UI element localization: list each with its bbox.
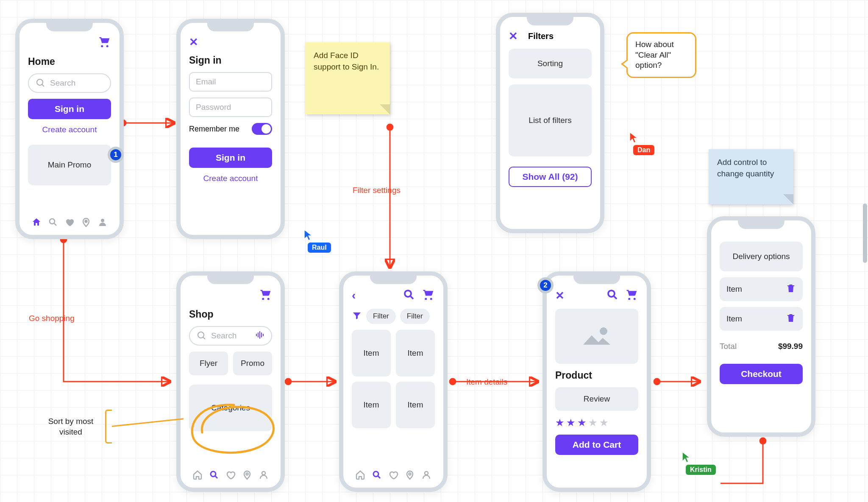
- cursor-kristin: Kristin: [682, 451, 716, 475]
- svg-point-18: [608, 290, 615, 297]
- delivery-options-card[interactable]: Delivery options: [720, 242, 803, 271]
- create-account-link[interactable]: Create account: [189, 174, 272, 183]
- sticky-note-blue[interactable]: Add control to change quantity: [709, 149, 793, 204]
- search-input[interactable]: Search: [189, 326, 272, 346]
- svg-point-5: [198, 332, 204, 338]
- item-card[interactable]: Item: [396, 382, 435, 428]
- home-icon[interactable]: [192, 469, 203, 481]
- heart-icon[interactable]: [64, 216, 75, 228]
- svg-rect-9: [261, 332, 262, 337]
- search-icon: [197, 331, 207, 341]
- svg-point-3: [85, 220, 87, 223]
- rating-stars[interactable]: ★★★★★: [555, 417, 638, 429]
- comment-bubble[interactable]: How about "Clear All" option?: [626, 32, 696, 78]
- phone-signin: ✕ Sign in Email Password Remember me Sig…: [176, 19, 285, 239]
- diagram-canvas[interactable]: Go shopping Filter settings Item details…: [0, 0, 868, 502]
- cart-icon[interactable]: [98, 36, 111, 50]
- cart-icon[interactable]: [259, 288, 272, 303]
- cart-item-label: Item: [726, 314, 742, 324]
- annotation-line: [112, 418, 184, 427]
- heart-icon[interactable]: [225, 469, 236, 481]
- svg-point-14: [405, 290, 411, 297]
- close-icon[interactable]: ✕: [509, 30, 518, 43]
- email-field[interactable]: Email: [189, 72, 272, 92]
- close-icon[interactable]: ✕: [555, 289, 565, 302]
- add-to-cart-button[interactable]: Add to Cart: [555, 435, 638, 455]
- search-tab-icon[interactable]: [208, 469, 220, 481]
- item-card[interactable]: Item: [352, 330, 391, 376]
- back-icon[interactable]: ‹: [352, 289, 356, 302]
- remember-me-label: Remember me: [189, 125, 239, 134]
- location-icon[interactable]: [404, 469, 416, 481]
- review-card[interactable]: Review: [555, 387, 638, 411]
- svg-point-11: [211, 471, 216, 477]
- svg-point-12: [246, 473, 248, 475]
- filter-chip[interactable]: Filter: [366, 309, 396, 324]
- cart-icon[interactable]: [422, 288, 435, 303]
- item-card[interactable]: Item: [352, 382, 391, 428]
- comment-badge-2[interactable]: 2: [537, 277, 554, 293]
- svg-point-19: [600, 327, 607, 335]
- flyer-card[interactable]: Flyer: [189, 351, 228, 375]
- phone-product: ✕ Product Review ★★★★★ Add to Cart: [542, 271, 651, 492]
- page-title: Sign in: [189, 55, 272, 66]
- cart-icon[interactable]: [626, 288, 638, 303]
- phone-home: Home Search Sign in Create account Main …: [15, 19, 124, 239]
- svg-point-4: [101, 219, 104, 222]
- cart-item-label: Item: [726, 284, 742, 294]
- checkout-button[interactable]: Checkout: [720, 364, 803, 384]
- total-label: Total: [720, 342, 737, 351]
- search-input[interactable]: Search: [28, 73, 111, 93]
- search-icon[interactable]: [606, 288, 619, 303]
- phone-cart: Delivery options Item Item Total $99.99 …: [707, 216, 815, 437]
- filters-list-card[interactable]: List of filters: [509, 84, 592, 156]
- voice-search-icon[interactable]: [254, 330, 264, 342]
- trash-icon[interactable]: [786, 313, 796, 325]
- cursor-label: Kristin: [686, 465, 716, 475]
- cart-item-row: Item: [720, 307, 803, 331]
- sign-in-button[interactable]: Sign in: [28, 99, 111, 119]
- tab-bar: [189, 469, 272, 481]
- search-icon[interactable]: [403, 288, 415, 303]
- item-card[interactable]: Item: [396, 330, 435, 376]
- svg-point-1: [37, 79, 43, 85]
- filter-chip[interactable]: Filter: [400, 309, 430, 324]
- svg-point-2: [50, 219, 55, 224]
- comment-badge-1[interactable]: 1: [108, 147, 124, 163]
- home-icon[interactable]: [354, 469, 366, 481]
- search-tab-icon[interactable]: [371, 469, 383, 481]
- heart-icon[interactable]: [387, 469, 399, 481]
- password-field[interactable]: Password: [189, 98, 272, 117]
- arrow-label-item-details: Item details: [466, 377, 507, 387]
- sticky-note-text: Add Face ID support to Sign In.: [314, 50, 381, 73]
- scrollbar-indicator[interactable]: [863, 204, 867, 263]
- search-tab-icon[interactable]: [47, 216, 59, 228]
- cart-item-row: Item: [720, 277, 803, 301]
- page-title: Product: [555, 370, 638, 381]
- remember-me-toggle[interactable]: [252, 123, 272, 135]
- arrow-label-filter-settings: Filter settings: [353, 186, 401, 195]
- sorting-card[interactable]: Sorting: [509, 49, 592, 78]
- svg-rect-10: [263, 334, 264, 336]
- email-placeholder: Email: [196, 77, 216, 86]
- location-icon[interactable]: [241, 469, 253, 481]
- search-placeholder: Search: [50, 78, 75, 88]
- annotation-scribble-circle: [183, 399, 281, 460]
- close-icon[interactable]: ✕: [189, 36, 272, 49]
- total-value: $99.99: [778, 342, 803, 351]
- show-all-button[interactable]: Show All (92): [509, 167, 592, 187]
- create-account-link[interactable]: Create account: [28, 125, 111, 134]
- location-icon[interactable]: [80, 216, 92, 228]
- cursor-label: Raul: [308, 243, 331, 253]
- sticky-note-yellow[interactable]: Add Face ID support to Sign In.: [305, 42, 390, 114]
- home-icon[interactable]: [31, 216, 42, 228]
- main-promo-card[interactable]: Main Promo: [28, 145, 111, 185]
- profile-icon[interactable]: [97, 216, 108, 228]
- trash-icon[interactable]: [786, 283, 796, 296]
- profile-icon[interactable]: [420, 469, 432, 481]
- svg-point-13: [262, 471, 265, 475]
- filter-icon[interactable]: [352, 310, 362, 322]
- sign-in-button[interactable]: Sign in: [189, 148, 272, 168]
- promo-card[interactable]: Promo: [233, 351, 272, 375]
- profile-icon[interactable]: [258, 469, 270, 481]
